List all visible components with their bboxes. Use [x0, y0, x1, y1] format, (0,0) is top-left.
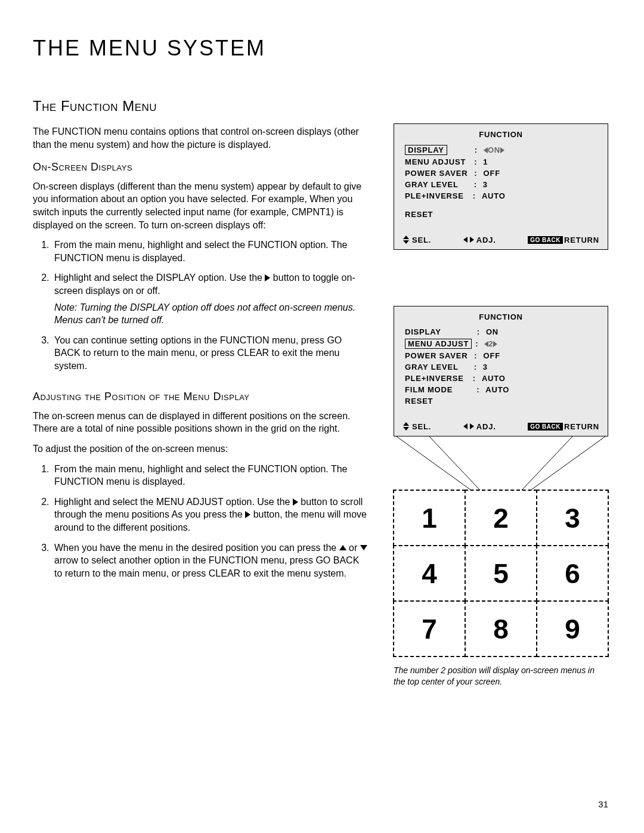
grid-cell-2: 2	[465, 490, 537, 546]
osd2-row-menuadjust: MENU ADJUST : 2	[405, 339, 597, 349]
intro-paragraph: The FUNCTION menu contains options that …	[33, 125, 370, 151]
adjust-steps: From the main menu, highlight and select…	[33, 463, 370, 580]
osd-label: MENU ADJUST	[405, 157, 466, 166]
osd-box-2: FUNCTION DISPLAY : ON MENU ADJUST : 2	[394, 306, 608, 436]
goback-badge: GO BACK	[528, 423, 563, 431]
osd-label: POWER SAVER	[405, 351, 467, 360]
adj-label: ADJ.	[476, 422, 496, 431]
osd1-footer: SEL. ADJ. GO BACKRETURN	[394, 232, 608, 249]
grid-cell-1: 1	[393, 490, 466, 546]
colon: :	[477, 327, 480, 336]
osd2-row-reset: RESET	[405, 397, 597, 405]
osd-label: DISPLAY	[405, 145, 447, 155]
osd-value: 2	[488, 339, 493, 348]
subsection-osd-title: On-Screen Displays	[33, 160, 370, 174]
grid-cell-8: 8	[465, 600, 537, 657]
text: When you have the menu in the desired po…	[54, 543, 339, 553]
adjust-step-3: When you have the menu in the desired po…	[52, 541, 370, 580]
osd-label: GRAY LEVEL	[405, 180, 459, 189]
osd-box-1: FUNCTION DISPLAY : ON MENU ADJUST : 1 PO…	[394, 123, 608, 250]
leftright-icon	[463, 237, 474, 243]
osd2-title: FUNCTION	[394, 312, 608, 321]
adjust-step-1: From the main menu, highlight and select…	[52, 463, 370, 488]
osd2-footer: SEL. ADJ. GO BACKRETURN	[394, 419, 608, 436]
triangle-left-icon	[484, 341, 488, 347]
osd-value: 3	[483, 363, 488, 371]
osd-step-1: From the main menu, highlight and select…	[52, 239, 370, 264]
updown-icon	[402, 236, 410, 244]
triangle-right-icon	[493, 341, 497, 347]
return-label: RETURN	[564, 422, 599, 431]
colon: :	[474, 157, 477, 166]
osd-label: RESET	[405, 397, 433, 405]
adjust-step-2: Highlight and select the MENU ADJUST opt…	[52, 496, 370, 534]
sel-label: SEL.	[412, 422, 431, 431]
grid-caption: The number 2 position will display on-sc…	[394, 665, 608, 688]
colon: :	[474, 363, 477, 371]
osd2-row-powersaver: POWER SAVER : OFF	[405, 351, 597, 360]
osd-value: OFF	[484, 169, 500, 178]
svg-line-0	[397, 436, 471, 490]
osd-value: 1	[483, 157, 488, 166]
osd-value: AUTO	[485, 385, 509, 394]
page-title: THE MENU SYSTEM	[33, 36, 608, 61]
play-right-icon	[245, 511, 250, 518]
right-column: FUNCTION DISPLAY : ON MENU ADJUST : 1 PO…	[394, 97, 608, 688]
play-right-icon	[293, 498, 298, 506]
osd-label: POWER SAVER	[405, 169, 467, 178]
colon: :	[474, 169, 477, 178]
osd-label: MENU ADJUST	[405, 339, 472, 349]
svg-line-2	[522, 436, 572, 490]
triangle-left-icon	[484, 147, 488, 153]
osd1-row-menuadjust: MENU ADJUST : 1	[405, 157, 597, 166]
osd1-row-powersaver: POWER SAVER : OFF	[405, 169, 597, 178]
colon: :	[473, 374, 476, 383]
osd1-row-pleinverse: PLE+INVERSE : AUTO	[405, 191, 597, 200]
adjust-paragraph-1: The on-screen menus can de displayed in …	[33, 410, 370, 435]
osd-label: FILM MODE	[405, 385, 453, 394]
osd-paragraph: On-screen displays (different than the m…	[33, 180, 370, 231]
left-column: The Function Menu The FUNCTION menu cont…	[33, 97, 370, 589]
grid-cell-7: 7	[393, 600, 466, 657]
svg-line-1	[429, 436, 480, 490]
subsection-adjust-title: Adjusting the Position of the Menu Displ…	[33, 389, 370, 404]
osd1-row-display: DISPLAY : ON	[405, 145, 597, 155]
page-number: 31	[598, 799, 608, 809]
grid-cell-4: 4	[393, 545, 466, 602]
text: Highlight and select the MENU ADJUST opt…	[54, 497, 293, 507]
osd-value: ON	[486, 327, 499, 336]
osd-label: PLE+INVERSE	[405, 374, 464, 383]
goback-badge: GO BACK	[528, 236, 563, 244]
osd1-row-reset: RESET	[405, 210, 597, 219]
sel-label: SEL.	[412, 236, 431, 244]
osd-step-3: You can continue setting options in the …	[52, 334, 370, 373]
colon: :	[475, 339, 478, 348]
osd1-row-graylevel: GRAY LEVEL : 3	[405, 180, 597, 189]
osd2-row-filmmode: FILM MODE : AUTO	[405, 385, 597, 394]
svg-line-3	[531, 436, 605, 490]
colon: :	[474, 180, 477, 189]
colon: :	[476, 385, 479, 394]
grid-cell-6: 6	[536, 545, 609, 602]
osd-steps: From the main menu, highlight and select…	[33, 239, 370, 372]
osd-label: PLE+INVERSE	[405, 191, 464, 200]
text: Highlight and select the DISPLAY option.…	[54, 272, 265, 283]
osd-step-2: Highlight and select the DISPLAY option.…	[52, 271, 370, 326]
triangle-down-icon	[360, 545, 367, 550]
section-title: The Function Menu	[33, 97, 370, 116]
triangle-up-icon	[339, 545, 346, 550]
osd-note: Note: Turning the DISPLAY option off doe…	[54, 301, 370, 327]
updown-icon	[402, 422, 410, 431]
grid-cell-9: 9	[536, 600, 609, 657]
osd-label: GRAY LEVEL	[405, 363, 459, 371]
text: or	[346, 543, 360, 553]
adj-label: ADJ.	[476, 236, 496, 244]
osd-value: 3	[483, 180, 488, 189]
connector-lines	[394, 436, 608, 490]
return-label: RETURN	[564, 236, 599, 244]
osd2-row-graylevel: GRAY LEVEL : 3	[405, 363, 597, 371]
colon: :	[473, 191, 476, 200]
osd1-title: FUNCTION	[394, 130, 608, 139]
osd2-row-display: DISPLAY : ON	[405, 327, 597, 336]
osd-label: DISPLAY	[405, 327, 441, 336]
